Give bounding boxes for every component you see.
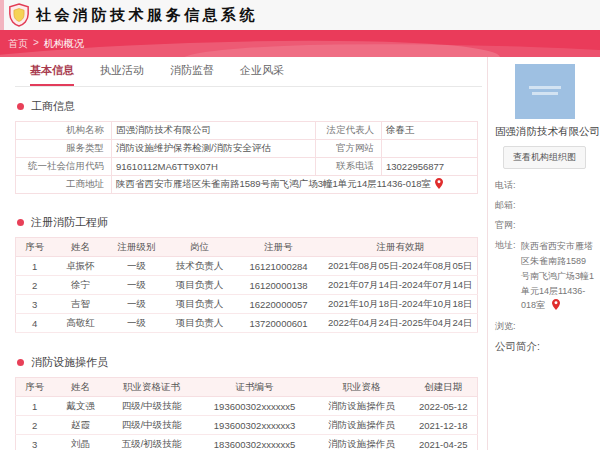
business-info-table: 机构名称 固强消防技术有限公司 法定代表人 徐春王 服务类型 消防设施维护保养检… xyxy=(15,121,478,194)
breadcrumb-band: 首页 > 机构概况 xyxy=(0,30,600,57)
table-row: 1 卓振怀 一级 技术负责人 16121000284 2021年08月05日-2… xyxy=(16,257,478,276)
tab-basic-info[interactable]: 基本信息 xyxy=(30,63,74,86)
field-phone: 电话: xyxy=(495,179,594,192)
company-name: 固强消防技术有限公司 xyxy=(495,125,594,139)
business-address: 陕西省西安市雁塔区朱雀南路1589号南飞鸿广场3幢1单元14层11436-018… xyxy=(116,178,431,189)
table-header-row: 序号 姓名 注册级别 岗位 注册号 注册有效期 xyxy=(16,238,478,257)
app-title: 社会消防技术服务信息系统 xyxy=(36,6,258,25)
fire-engineers-table: 序号 姓名 注册级别 岗位 注册号 注册有效期 1 卓振怀 一级 技术负责人 1… xyxy=(15,237,478,333)
section-fire-engineers: 注册消防工程师 xyxy=(17,215,482,230)
table-row: 3 刘晶 五级/初级技能 183600302xxxxxx5 消防设施操作员 20… xyxy=(16,435,478,450)
table-row: 3 吉智 一级 项目负责人 16220000057 2021年10月18日-20… xyxy=(16,295,478,314)
breadcrumb: 首页 > 机构概况 xyxy=(8,37,84,51)
company-sidebar: 固强消防技术有限公司 查看机构组织图 电话: 邮箱: 官网: 地址: 陕西省西安… xyxy=(487,57,600,450)
tab-practice-activity[interactable]: 执业活动 xyxy=(100,63,144,86)
section-title-text: 工商信息 xyxy=(31,99,75,114)
main-panel: 基本信息 执业活动 消防监督 企业风采 工商信息 机构名称 固强消防技术有限公司… xyxy=(0,57,487,450)
company-logo xyxy=(515,64,575,119)
bullet-dot-icon xyxy=(17,219,24,226)
bullet-dot-icon xyxy=(17,103,24,110)
table-row: 1 戴文强 四级/中级技能 193600302xxxxxx5 消防设施操作员 2… xyxy=(16,397,478,416)
field-views: 浏览: xyxy=(495,320,594,333)
app-header: 社会消防技术服务信息系统 xyxy=(0,0,600,30)
table-row: 统一社会信用代码 91610112MA6TT9X07H 联系电话 1302295… xyxy=(16,158,478,176)
section-facility-operators: 消防设施操作员 xyxy=(17,355,482,370)
breadcrumb-current: 机构概况 xyxy=(44,37,84,51)
facility-operators-table: 序号 姓名 职业资格证书 证书编号 职业资格 创建日期 1 戴文强 四级/中级技… xyxy=(15,377,478,450)
bullet-dot-icon xyxy=(17,359,24,366)
tab-fire-supervision[interactable]: 消防监督 xyxy=(170,63,214,86)
breadcrumb-home[interactable]: 首页 xyxy=(8,37,28,51)
view-org-chart-button[interactable]: 查看机构组织图 xyxy=(503,146,586,169)
field-website: 官网: xyxy=(495,219,594,232)
field-email: 邮箱: xyxy=(495,199,594,212)
edge-decoration xyxy=(0,0,4,30)
map-pin-icon[interactable] xyxy=(552,299,560,310)
shield-icon xyxy=(8,3,30,27)
section-business-info: 工商信息 xyxy=(17,99,482,114)
table-row: 机构名称 固强消防技术有限公司 法定代表人 徐春王 xyxy=(16,122,478,140)
table-row: 2 徐宁 一级 项目负责人 16120000138 2021年07月14日-20… xyxy=(16,276,478,295)
map-pin-icon[interactable] xyxy=(435,178,443,189)
tab-bar: 基本信息 执业活动 消防监督 企业风采 xyxy=(15,63,482,87)
table-row: 2 赵霞 四级/中级技能 193600302xxxxxx3 消防设施操作员 20… xyxy=(16,416,478,435)
field-address: 地址: 陕西省西安市雁塔区朱雀南路1589号南飞鸿广场3幢1单元14层11436… xyxy=(495,239,594,313)
table-row-address: 工商地址 陕西省西安市雁塔区朱雀南路1589号南飞鸿广场3幢1单元14层1143… xyxy=(16,176,478,194)
tab-company-showcase[interactable]: 企业风采 xyxy=(240,63,284,86)
table-row: 服务类型 消防设施维护保养检测/消防安全评估 官方网站 xyxy=(16,140,478,158)
address-label: 工商地址 xyxy=(16,176,112,194)
company-profile-label: 公司简介: xyxy=(495,340,594,354)
table-row: 4 高敬红 一级 项目负责人 13720000601 2022年04月24日-2… xyxy=(16,314,478,333)
breadcrumb-separator: > xyxy=(33,37,39,51)
section-title-text: 消防设施操作员 xyxy=(31,355,108,370)
section-title-text: 注册消防工程师 xyxy=(31,215,108,230)
table-header-row: 序号 姓名 职业资格证书 证书编号 职业资格 创建日期 xyxy=(16,378,478,397)
